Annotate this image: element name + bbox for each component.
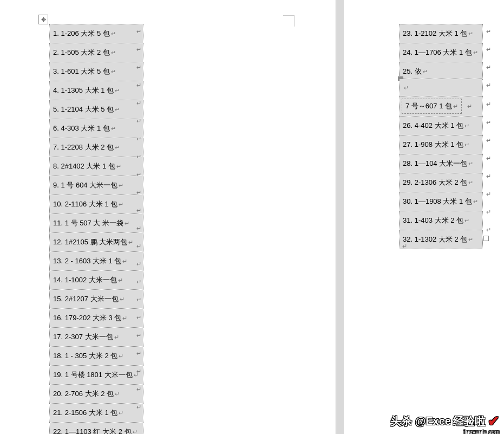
row-end-mark-icon: ↵ — [486, 82, 491, 89]
table-row: 12. 1#2105 鹏 大米两包↵ — [50, 233, 143, 252]
paragraph-mark-icon: ↵ — [464, 122, 469, 129]
table-row: ↵ — [400, 79, 483, 96]
table-row: 7. 1-2208 大米 2 包↵ — [50, 138, 143, 157]
paragraph-mark-icon: ↵ — [133, 429, 138, 434]
table-row: 25. 依↵ — [400, 62, 483, 79]
cell-text: 21. 2-1506 大米 1 包 — [53, 409, 117, 417]
table-row: 4. 1-1305 大米 1 包↵ — [50, 81, 143, 100]
paragraph-mark-icon: ↵ — [125, 220, 129, 226]
table-left: 1. 1-206 大米 5 包↵ 2. 1-505 大米 2 包↵ 3. 1-6… — [49, 24, 143, 434]
cell-text: 8. 2#1402 大米 1 包 — [53, 162, 115, 170]
table-row: 28. 1—104 大米一包↵ — [400, 154, 483, 173]
watermark-text-1: 头杀 @Exce — [390, 414, 451, 429]
table-row: 19. 1 号楼 1801 大米一包↵ — [50, 366, 143, 385]
table-row: 9. 1 号 604 大米一包↵ — [50, 176, 143, 195]
table-row: 21. 2-1506 大米 1 包↵ — [50, 404, 143, 423]
table-row: 6. 4-303 大米 1 包↵ — [50, 119, 143, 138]
paragraph-mark-icon: ↵ — [453, 103, 458, 109]
paragraph-mark-icon: ↵ — [120, 296, 125, 302]
paragraph-mark-icon: ↵ — [119, 182, 123, 189]
paragraph-mark-icon: ↵ — [115, 144, 120, 151]
row-end-mark-icon: ↵ — [136, 28, 141, 35]
table-row: 30. 1—1908 大米 1 包↵ — [400, 192, 483, 211]
cell-text: 28. 1—104 大米一包 — [403, 159, 467, 167]
paragraph-mark-icon: ↵ — [115, 87, 120, 94]
table-row: 24. 1—1706 大米 1 包↵ — [400, 43, 483, 62]
row-end-mark-icon: ↵ — [136, 225, 141, 232]
row-end-mark-icon: ↵ — [136, 261, 141, 268]
cell-text: 4. 1-1305 大米 1 包 — [53, 86, 114, 94]
table-row: 32. 1-1302 大米 2 包↵ — [400, 230, 483, 249]
table-row: 8. 2#1402 大米 1 包↵ — [50, 157, 143, 176]
row-end-mark-icon: ↵ — [136, 243, 141, 250]
paragraph-mark-icon: ↵ — [128, 239, 133, 245]
row-end-mark-icon: ↵ — [136, 207, 141, 214]
row-end-mark-icon: ↵ — [486, 101, 491, 108]
paragraph-mark-icon: ↵ — [468, 236, 473, 243]
cell-text: 22. 1—1103 红 大米 2 包 — [53, 427, 132, 434]
row-end-mark-icon: ↵ — [136, 350, 141, 357]
cell-text: 13. 2 - 1603 大米 1 包 — [53, 257, 121, 265]
table-row: 16. 179-202 大米 3 包↵ — [50, 309, 143, 328]
row-end-mark-icon: ↵ — [136, 386, 141, 393]
row-end-mark-icon: ↵ — [486, 64, 491, 71]
paragraph-mark-icon: ↵ — [114, 334, 119, 340]
table-move-handle[interactable] — [38, 15, 48, 24]
table-row: 31. 1-403 大米 2 包↵ — [400, 211, 483, 230]
row-end-mark-icon: ↵ — [136, 82, 141, 89]
cell-text: 2. 1-505 大米 2 包 — [53, 48, 110, 56]
cell-text: 27. 1-908 大米 1 包 — [403, 140, 463, 148]
table-row: 7 号～607 1 包↵ ↵ — [400, 96, 483, 116]
cell-text: 7 号～607 1 包 — [405, 102, 452, 110]
cell-text: 29. 2-1306 大米 2 包 — [403, 178, 467, 186]
table-row: 18. 1 - 305 大米 2 包↵ — [50, 347, 143, 366]
watermark-text-2: 经验啦 — [453, 414, 486, 429]
table-resize-handle[interactable] — [483, 236, 489, 241]
paragraph-mark-icon: ↵ — [119, 201, 123, 208]
page-left: 1. 1-206 大米 5 包↵ 2. 1-505 大米 2 包↵ 3. 1-6… — [0, 0, 336, 434]
paragraph-mark-icon: ↵ — [467, 103, 472, 109]
paragraph-mark-icon: ↵ — [111, 30, 116, 37]
cell-text: 15. 2#1207 大米一包 — [53, 295, 119, 303]
paragraph-mark-icon: ↵ — [119, 353, 123, 359]
paragraph-mark-icon: ↵ — [468, 179, 473, 186]
row-end-mark-icon: ↵ — [136, 46, 141, 53]
cell-text: 12. 1#2105 鹏 大米两包 — [53, 238, 127, 246]
cell-text: 32. 1-1302 大米 2 包 — [403, 235, 467, 243]
row-end-mark-icon: ↵ — [136, 314, 141, 321]
row-end-mark-icon: ↵ — [486, 46, 491, 53]
table-row: 13. 2 - 1603 大米 1 包↵ — [50, 252, 143, 271]
cell-text: 9. 1 号 604 大米一包 — [53, 181, 117, 189]
table-row: 14. 1-1002 大米一包↵ — [50, 271, 143, 290]
cell-text: 18. 1 - 305 大米 2 包 — [53, 352, 117, 360]
paragraph-mark-icon: ↵ — [118, 277, 123, 283]
cell-text: 6. 4-303 大米 1 包 — [53, 124, 110, 132]
table-row: 20. 2-706 大米 2 包↵ — [50, 385, 143, 404]
cell-text: 5. 1-2104 大米 5 包 — [53, 105, 114, 113]
table-row: 27. 1-908 大米 1 包↵ — [400, 135, 483, 154]
paragraph-mark-icon: ↵ — [115, 391, 120, 397]
table-row: 23. 1-2102 大米 1 包↵ — [400, 24, 483, 43]
cell-text: 17. 2-307 大米一包 — [53, 333, 113, 341]
paragraph-mark-icon: ↵ — [473, 49, 478, 56]
paragraph-mark-icon: ↵ — [464, 217, 469, 224]
row-end-mark-icon: ↵ — [486, 173, 491, 180]
row-end-mark-icon: ↵ — [486, 191, 491, 198]
row-end-mark-icon: ↵ — [136, 171, 141, 178]
table-row: 5. 1-2104 大米 5 包↵ — [50, 100, 143, 119]
paragraph-mark-icon: ↵ — [464, 141, 469, 148]
watermark: 头杀 @Exce 经验啦 ✔ jingyanla.com — [390, 413, 500, 430]
crop-mark-tr — [283, 15, 294, 27]
paragraph-mark-icon: ↵ — [473, 198, 478, 205]
table-row: 2. 1-505 大米 2 包↵ — [50, 43, 143, 62]
watermark-sub: jingyanla.com — [463, 429, 500, 434]
paragraph-mark-icon: ↵ — [122, 258, 127, 264]
row-end-mark-icon: ↵ — [136, 100, 141, 107]
table-right: 23. 1-2102 大米 1 包↵ 24. 1—1706 大米 1 包↵ 25… — [399, 24, 483, 249]
row-end-mark-icon: ↵ — [136, 153, 141, 160]
cell-text: 11. 1 号 507 大 米一袋 — [53, 219, 123, 227]
row-end-mark-icon: ↵ — [486, 137, 491, 144]
cell-text: 20. 2-706 大米 2 包 — [53, 390, 114, 398]
cell-text: 16. 179-202 大米 3 包 — [53, 314, 121, 322]
table-row: 17. 2-307 大米一包↵ — [50, 328, 143, 347]
